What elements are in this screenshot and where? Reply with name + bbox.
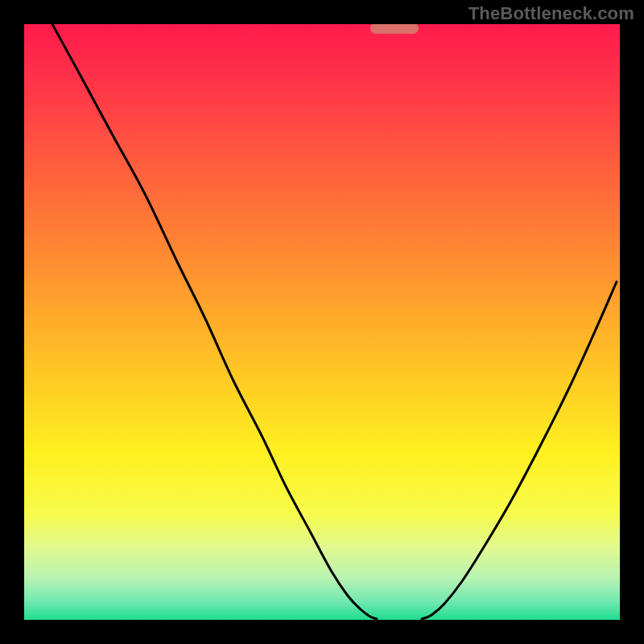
valley-marker <box>370 24 419 34</box>
gradient-background <box>24 24 620 620</box>
bottleneck-chart <box>24 24 620 620</box>
watermark-text: TheBottleneck.com <box>469 3 634 24</box>
chart-frame: TheBottleneck.com <box>0 0 644 644</box>
